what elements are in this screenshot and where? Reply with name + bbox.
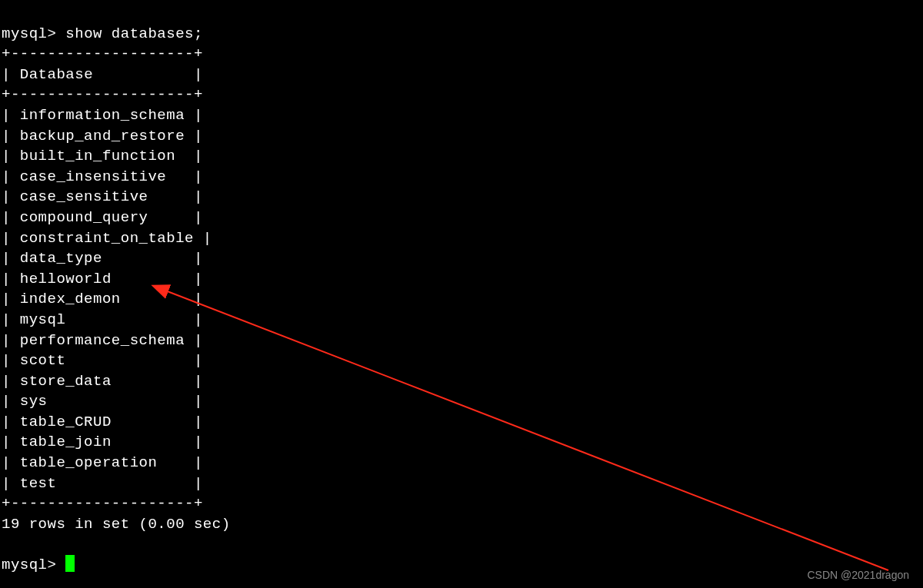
cursor-block [65,555,75,572]
watermark-text: CSDN @2021dragon [807,568,909,583]
result-summary: 19 rows in set (0.00 sec) [2,516,231,533]
mysql-prompt[interactable]: mysql> [2,556,75,573]
table-border-mid: +--------------------+ [2,86,203,103]
table-header-row: | Database | [2,66,203,83]
mysql-prompt: mysql> show databases; [2,25,203,42]
terminal-output: mysql> show databases; +----------------… [2,3,921,576]
table-rows: | information_schema | | backup_and_rest… [2,107,212,492]
table-border-top: +--------------------+ [2,45,203,62]
sql-command: show databases; [65,25,203,42]
table-border-bottom: +--------------------+ [2,495,203,512]
column-header: Database [20,66,185,83]
